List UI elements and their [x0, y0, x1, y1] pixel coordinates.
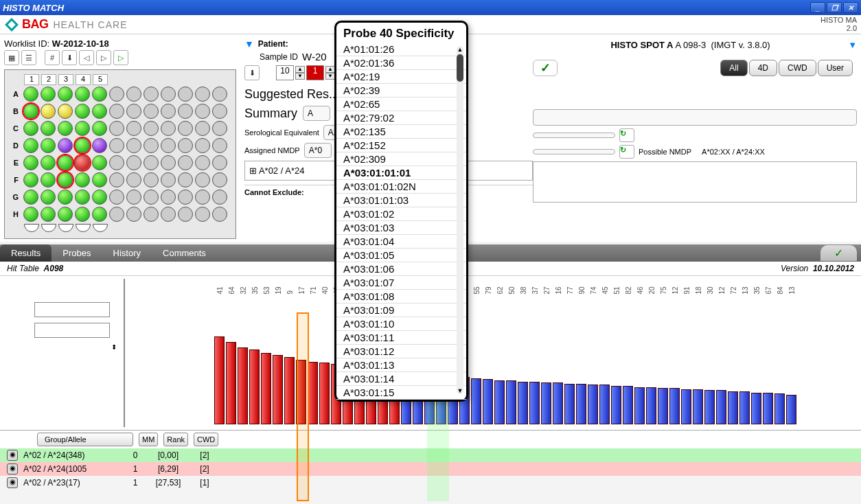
well-C10[interactable]: [178, 121, 193, 136]
bar[interactable]: [494, 380, 505, 424]
result-row[interactable]: ◉ A*02 / A*23(17) 1 [27,53] [1]: [0, 476, 861, 490]
well-G3[interactable]: [58, 190, 73, 205]
popup-item[interactable]: A*03:01:05: [336, 249, 466, 262]
well-H10[interactable]: [178, 207, 193, 222]
bar[interactable]: [319, 363, 330, 424]
well-H3[interactable]: [58, 207, 73, 222]
result-row[interactable]: ◉ A*02 / A*24(348) 0 [0,00] [2]: [0, 448, 861, 462]
well-B1[interactable]: [23, 104, 38, 119]
well-G8[interactable]: [144, 190, 159, 205]
well-H11[interactable]: [195, 207, 210, 222]
expand-row-icon[interactable]: ◉: [7, 477, 18, 488]
well-H7[interactable]: [126, 207, 141, 222]
bar[interactable]: [553, 382, 563, 424]
popup-scrollbar[interactable]: ▲ ▼: [457, 46, 463, 394]
well-E11[interactable]: [195, 155, 210, 170]
grid-view-button[interactable]: ▦: [4, 50, 19, 65]
popup-item[interactable]: A*03:01:02: [336, 207, 466, 221]
bar[interactable]: [296, 360, 306, 424]
well-G9[interactable]: [161, 190, 176, 205]
sero-field-2[interactable]: [533, 133, 615, 138]
well-H2[interactable]: [41, 207, 56, 222]
tree-expand-icon[interactable]: ⊞: [249, 165, 257, 176]
bar[interactable]: [704, 390, 715, 424]
well-E10[interactable]: [178, 155, 193, 170]
well-C3[interactable]: [58, 121, 73, 136]
plate-col-4[interactable]: 4: [76, 74, 91, 85]
well-D7[interactable]: [126, 138, 141, 153]
popup-item[interactable]: A*02:152: [336, 139, 466, 152]
well-E7[interactable]: [126, 155, 141, 170]
well-G2[interactable]: [41, 190, 56, 205]
well-F4[interactable]: [75, 172, 90, 187]
well-B2[interactable]: [41, 104, 56, 119]
chart-mini-icon[interactable]: ⬍: [34, 343, 117, 351]
well-C1[interactable]: [23, 121, 38, 136]
well-E5[interactable]: [92, 155, 107, 170]
well-D8[interactable]: [144, 138, 159, 153]
bar[interactable]: [284, 357, 295, 424]
well-E4[interactable]: [75, 155, 90, 170]
pill-all[interactable]: All: [720, 60, 747, 76]
well-D11[interactable]: [195, 138, 210, 153]
popup-item[interactable]: A*02:39: [336, 84, 466, 98]
bar[interactable]: [564, 384, 575, 424]
summary-full-field[interactable]: [533, 109, 857, 126]
bar[interactable]: [763, 393, 773, 424]
well-F11[interactable]: [195, 172, 210, 187]
maximize-button[interactable]: ❐: [827, 2, 842, 13]
chart-filter-2[interactable]: [34, 323, 110, 338]
well-H1[interactable]: [23, 207, 38, 222]
bar[interactable]: [669, 388, 680, 424]
prev-button[interactable]: ◁: [79, 50, 94, 65]
well-A11[interactable]: [195, 87, 210, 102]
well-B11[interactable]: [195, 104, 210, 119]
popup-item[interactable]: A*03:01:11: [336, 331, 466, 345]
bar[interactable]: [623, 386, 633, 424]
summary-value[interactable]: A: [303, 106, 330, 121]
scroll-thumb[interactable]: [457, 54, 463, 82]
result-tree-right[interactable]: [533, 161, 857, 203]
plate-col-3[interactable]: 3: [58, 74, 73, 85]
well-H8[interactable]: [144, 207, 159, 222]
popup-item[interactable]: A*03:01:06: [336, 262, 466, 276]
bar[interactable]: [588, 385, 598, 424]
well-D1[interactable]: [23, 138, 38, 153]
popup-item[interactable]: A*03:01:01:02N: [336, 180, 466, 194]
chart-filter-1[interactable]: [34, 302, 110, 317]
well-E9[interactable]: [161, 155, 176, 170]
export-button[interactable]: ⬇: [62, 50, 77, 65]
well-H4[interactable]: [75, 207, 90, 222]
popup-item[interactable]: A*02:65: [336, 98, 466, 111]
popup-item[interactable]: A*03:01:14: [336, 372, 466, 386]
well-A4[interactable]: [75, 87, 90, 102]
well-F8[interactable]: [144, 172, 159, 187]
nmdp-value[interactable]: A*0: [304, 143, 332, 158]
well-B8[interactable]: [144, 104, 159, 119]
popup-item[interactable]: A*02:19: [336, 70, 466, 84]
well-C2[interactable]: [41, 121, 56, 136]
well-C5[interactable]: [92, 121, 107, 136]
well-A1[interactable]: [23, 87, 38, 102]
well-C7[interactable]: [126, 121, 141, 136]
well-F3[interactable]: [58, 172, 73, 187]
well-F10[interactable]: [178, 172, 193, 187]
import-icon-button[interactable]: ⬇: [244, 65, 260, 80]
popup-item[interactable]: A*03:01:10: [336, 317, 466, 331]
well-E12[interactable]: [212, 155, 227, 170]
well-G1[interactable]: [23, 190, 38, 205]
well-A8[interactable]: [144, 87, 159, 102]
number-input-red[interactable]: 1: [306, 65, 324, 80]
nmdp-field-2[interactable]: [533, 149, 615, 154]
well-B6[interactable]: [109, 104, 124, 119]
well-B7[interactable]: [126, 104, 141, 119]
well-E8[interactable]: [144, 155, 159, 170]
well-H6[interactable]: [109, 207, 124, 222]
well-B10[interactable]: [178, 104, 193, 119]
well-C12[interactable]: [212, 121, 227, 136]
popup-item[interactable]: A*03:01:04: [336, 235, 466, 249]
bar[interactable]: [541, 382, 551, 424]
bar[interactable]: [273, 355, 283, 424]
well-B9[interactable]: [161, 104, 176, 119]
bar[interactable]: [261, 353, 271, 424]
